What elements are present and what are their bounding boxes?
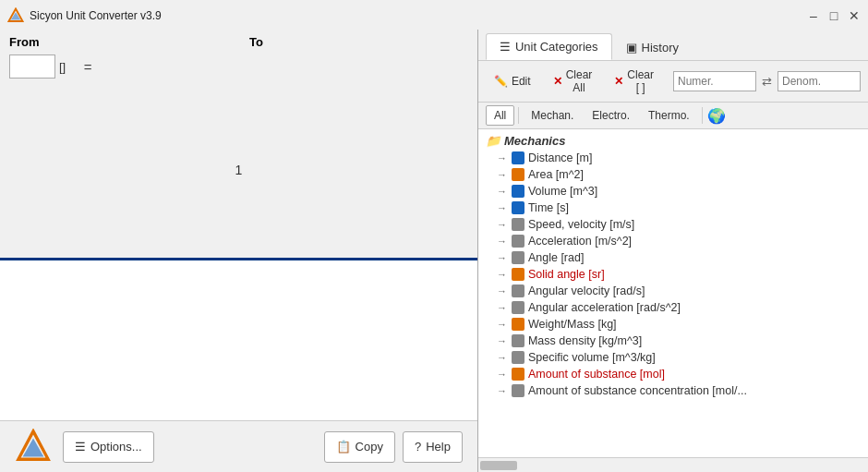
tree-arrow-icon: →	[497, 319, 508, 330]
tab-history-label: History	[642, 41, 679, 54]
globe-button[interactable]: 🌍	[706, 105, 727, 126]
app-icon	[7, 7, 24, 24]
filter-tab-thermo[interactable]: Thermo.	[640, 105, 698, 126]
tree-item-label: Area [m^2]	[528, 168, 584, 181]
numer-input[interactable]	[673, 71, 756, 91]
edit-button[interactable]: ✏️ Edit	[486, 71, 539, 91]
filter-tab-all[interactable]: All	[486, 105, 514, 126]
tab-unit-categories-label: Unit Categories	[515, 40, 598, 54]
copy-button[interactable]: 📋 Copy	[324, 431, 395, 463]
tree-item-label: Weight/Mass [kg]	[528, 318, 617, 331]
tab-history[interactable]: ▣ History	[612, 34, 693, 60]
unit-from-label: []	[55, 60, 69, 74]
tree-arrow-icon: →	[497, 385, 508, 396]
tree-folder-icon	[512, 368, 524, 381]
toolbar: ✏️ Edit ✕ Clear All ✕ Clear [ ] ⇄	[478, 61, 868, 103]
clear-brackets-button[interactable]: ✕ Clear [ ]	[606, 65, 662, 98]
globe-icon: 🌍	[707, 107, 726, 125]
tree-item[interactable]: →Area [m^2]	[478, 166, 868, 183]
tree-item[interactable]: →Mass density [kg/m^3]	[478, 333, 868, 349]
tree-arrow-icon: →	[497, 252, 508, 263]
clear-all-icon: ✕	[553, 75, 562, 88]
tree-folder-icon	[512, 334, 524, 347]
clear-brackets-icon: ✕	[614, 75, 623, 88]
title-bar: Sicyon Unit Converter v3.9 – □ ✕	[0, 0, 868, 30]
history-icon: ▣	[626, 41, 637, 54]
tree-folder-icon	[512, 284, 524, 297]
clear-all-button[interactable]: ✕ Clear All	[545, 65, 601, 98]
tree-item[interactable]: →Distance [m]	[478, 150, 868, 166]
converter-inputs: [] =	[0, 51, 477, 82]
minimize-button[interactable]: –	[807, 9, 820, 22]
logo-button[interactable]	[15, 429, 52, 466]
tree-arrow-icon: →	[497, 269, 508, 280]
copy-label: Copy	[356, 440, 383, 454]
tree-item[interactable]: →Amount of substance concentration [mol/…	[478, 382, 868, 399]
tree-item[interactable]: →Angle [rad]	[478, 249, 868, 266]
tree-item-label: Time [s]	[528, 201, 569, 214]
tree-item[interactable]: →Angular velocity [rad/s]	[478, 283, 868, 299]
help-button[interactable]: ? Help	[403, 431, 463, 463]
unit-categories-icon: ☰	[500, 40, 511, 54]
bottom-bar: ☰ Options... 📋 Copy ? Help	[0, 420, 477, 472]
tree-folder-icon	[512, 168, 524, 181]
options-button[interactable]: ☰ Options...	[63, 431, 154, 463]
tree-item[interactable]: →Amount of substance [mol]	[478, 366, 868, 382]
denom-input[interactable]	[778, 71, 861, 91]
options-icon: ☰	[75, 440, 86, 454]
filter-tab-mechan[interactable]: Mechan.	[523, 105, 582, 126]
tree-folder-icon	[512, 301, 524, 314]
tree-item[interactable]: →Solid angle [sr]	[478, 266, 868, 283]
tree-arrow-icon: →	[497, 285, 508, 297]
equals-sign: =	[69, 59, 106, 75]
tree-area[interactable]: 📁 Mechanics →Distance [m]→Area [m^2]→Vol…	[478, 129, 868, 457]
clear-brackets-label: Clear [ ]	[627, 68, 654, 94]
filter-thermo-label: Thermo.	[648, 109, 690, 122]
tree-arrow-icon: →	[497, 219, 508, 230]
filter-tab-electro[interactable]: Electro.	[584, 105, 638, 126]
filter-bar: All Mechan. Electro. Thermo. 🌍	[478, 103, 868, 129]
tree-arrow-icon: →	[497, 152, 508, 163]
logo-triangle-icon	[16, 429, 51, 464]
tree-folder-icon	[512, 351, 524, 364]
left-panel: From To [] = 1 ☰ Options...	[0, 30, 478, 472]
tree-item[interactable]: →Time [s]	[478, 200, 868, 216]
tree-item[interactable]: →Acceleration [m/s^2]	[478, 233, 868, 249]
tree-item-label: Angle [rad]	[528, 251, 584, 264]
tree-item-label: Mass density [kg/m^3]	[528, 334, 642, 347]
edit-icon: ✏️	[494, 75, 508, 88]
tree-item-label: Distance [m]	[528, 151, 592, 164]
horizontal-scrollbar[interactable]	[478, 457, 868, 472]
help-label: Help	[426, 440, 451, 454]
tree-arrow-icon: →	[497, 186, 508, 197]
transfer-icon: ⇄	[762, 75, 772, 89]
filter-mechan-label: Mechan.	[531, 109, 573, 122]
from-input[interactable]	[9, 54, 55, 79]
tab-unit-categories[interactable]: ☰ Unit Categories	[486, 33, 612, 60]
edit-label: Edit	[512, 75, 531, 88]
result-value: 1	[235, 163, 243, 177]
app-title: Sicyon Unit Converter v3.9	[30, 9, 162, 22]
tree-folder-icon	[512, 218, 524, 231]
main-content: From To [] = 1 ☰ Options...	[0, 30, 868, 472]
tree-folder-icon	[512, 235, 524, 248]
window-controls: – □ ✕	[807, 9, 861, 22]
tree-folder-icon	[512, 251, 524, 264]
left-panel-body	[0, 260, 477, 421]
filter-all-label: All	[494, 109, 506, 122]
tree-item-label: Angular acceleration [rad/s^2]	[528, 301, 681, 314]
clear-all-label: Clear All	[566, 68, 593, 94]
converter-header: From To	[0, 30, 477, 51]
tree-item[interactable]: →Speed, velocity [m/s]	[478, 216, 868, 233]
tree-item[interactable]: →Angular acceleration [rad/s^2]	[478, 299, 868, 316]
tree-item[interactable]: →Specific volume [m^3/kg]	[478, 349, 868, 366]
tree-arrow-icon: →	[497, 202, 508, 213]
tree-arrow-icon: →	[497, 302, 508, 313]
filter-sep-2	[702, 107, 703, 124]
maximize-button[interactable]: □	[827, 9, 840, 22]
close-button[interactable]: ✕	[848, 9, 861, 22]
tree-item[interactable]: →Volume [m^3]	[478, 183, 868, 200]
to-label: To	[249, 35, 263, 49]
help-icon: ?	[415, 440, 421, 454]
tree-item[interactable]: →Weight/Mass [kg]	[478, 316, 868, 333]
